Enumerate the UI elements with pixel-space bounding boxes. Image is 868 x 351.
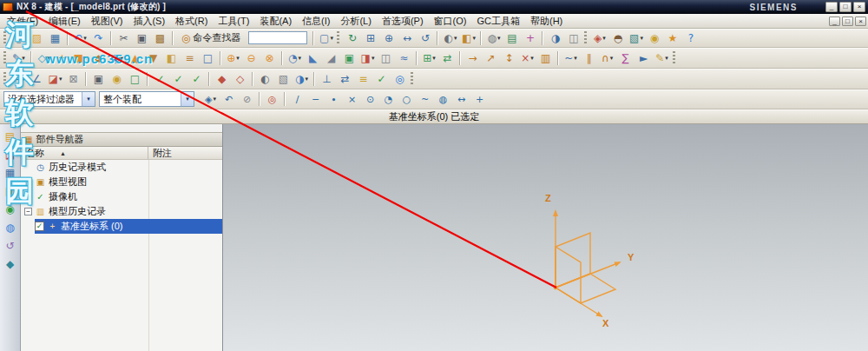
dropdown-arrow-icon[interactable]: ▾ [574,55,577,62]
show-datums-button[interactable]: ✓ [170,70,187,87]
pocket-button[interactable]: ▼ [145,50,161,66]
part-navigator-header[interactable]: ▦ 部件导航器 [21,132,222,147]
point-constructor-button[interactable]: + [471,91,488,108]
close-button[interactable]: × [853,2,865,12]
replace-face-button[interactable]: ▥ [537,50,554,66]
command-finder-input[interactable] [248,31,307,44]
role-button[interactable]: ★ [664,30,681,46]
feature-replay-button[interactable]: ► [635,50,652,66]
through-curves-button[interactable]: ∥ [581,50,597,66]
column-header-note[interactable]: 附注 [148,147,222,159]
close-button[interactable]: × [855,17,866,26]
dropdown-arrow-icon[interactable]: ▾ [472,35,476,42]
undo-button[interactable]: ↶▾ [72,30,89,46]
restore-button[interactable]: □ [842,17,853,26]
dropdown-arrow-icon[interactable]: ▾ [610,55,614,62]
graphics-viewport[interactable]: X Y Z [223,124,868,351]
copy-button[interactable]: ▣ [134,30,150,46]
assembly-navigator-tab[interactable]: ▤ [2,129,18,143]
chevron-down-icon[interactable]: ▾ [181,92,194,106]
orient-view-button[interactable]: ◧▾ [460,30,477,46]
display-wcs-button[interactable]: ✓ [152,70,168,87]
point-on-surface-snap-button[interactable]: ◍ [435,91,451,108]
expression-button[interactable]: ∑ [617,50,634,66]
chevron-down-icon[interactable]: ▾ [82,92,95,106]
dropdown-arrow-icon[interactable]: ▾ [59,76,62,83]
mirror-feature-button[interactable]: ⇄ [439,50,456,66]
column-header-name[interactable]: 名称 ▲ [21,147,148,159]
top-selection-priority-button[interactable]: ◈▾ [202,91,219,108]
dropdown-arrow-icon[interactable]: ▾ [432,55,436,62]
dropdown-arrow-icon[interactable]: ▾ [120,55,123,62]
tree-row[interactable]: +▣模型视图 [21,175,222,189]
chamfer-button[interactable]: ◣ [305,50,321,66]
boundaries-button[interactable]: □ [127,70,143,87]
open-button[interactable]: ▨ [29,30,45,46]
show-hide-button[interactable]: ◍▾ [485,30,502,46]
intersect-button[interactable]: ⊗ [261,50,278,66]
edit-object-display-button[interactable]: ◑ [547,30,563,46]
layer-settings-button[interactable]: ▤ [503,30,520,46]
assembly-constraints-button[interactable]: ⊥ [319,70,335,87]
datum-display-button[interactable]: ◈▾ [591,30,608,46]
move-component-button[interactable]: ⇄ [337,70,353,87]
checkbox-checked[interactable]: ✓ [35,222,44,231]
move-object-button[interactable]: + [522,30,538,46]
menu-view[interactable]: 视图(V) [86,14,128,29]
collapse-icon[interactable]: − [24,208,32,215]
offset-face-button[interactable]: ↕ [501,50,517,66]
dropdown-arrow-icon[interactable]: ▾ [665,55,668,62]
window-switch-button[interactable]: ▢▾ [318,30,334,46]
toolbar-grip[interactable] [3,72,6,86]
snapshot-button[interactable]: ◫ [565,30,582,46]
dropdown-arrow-icon[interactable]: ▾ [372,55,375,62]
facet-body-button[interactable]: ▧ [275,70,292,87]
dropdown-arrow-icon[interactable]: ▾ [640,35,643,42]
dropdown-arrow-icon[interactable]: ▾ [213,96,216,103]
pan-button[interactable]: ↔ [398,30,415,46]
boss-button[interactable]: ▲ [127,50,143,66]
toolbar-grip[interactable] [584,31,587,45]
constraint-navigator-tab[interactable]: ◪ [2,147,18,162]
visual-effects-button[interactable]: ▧▾ [628,30,644,46]
toolbar-grip[interactable] [673,51,675,65]
point-on-curve-snap-button[interactable]: ~ [417,91,433,108]
toolbar-grip[interactable] [3,51,6,65]
clip-section-button[interactable]: ◇ [232,70,248,87]
high-quality-image-button[interactable]: ◐ [257,70,273,87]
help-button[interactable]: ? [682,30,699,46]
datum-csys-button[interactable]: + [54,50,70,66]
sketch-button[interactable]: ✎▾ [10,50,27,66]
sew-button[interactable]: ≈ [396,50,412,66]
dropdown-arrow-icon[interactable]: ▾ [47,55,50,62]
dropdown-arrow-icon[interactable]: ▾ [497,35,501,42]
trim-body-button[interactable]: ◨▾ [359,50,376,66]
hd3d-button[interactable]: ◎ [391,70,408,87]
minimize-button[interactable]: _ [825,2,838,12]
menu-analysis[interactable]: 分析(L) [335,14,376,29]
minimize-button[interactable]: _ [829,17,840,26]
tree-row[interactable]: +✓摄像机 [21,189,222,204]
dropdown-arrow-icon[interactable]: ▾ [305,76,308,83]
information-button[interactable]: ◉ [108,70,125,87]
save-button[interactable]: ▦ [47,30,63,46]
edit-section-button[interactable]: ◆ [214,70,230,87]
refresh-button[interactable]: ↻ [344,30,360,46]
mid-point-snap-button[interactable]: − [307,91,324,108]
thicken-button[interactable]: ▣ [341,50,358,66]
deselect-all-button[interactable]: ⊘ [239,91,255,108]
delete-face-button[interactable]: ×▾ [519,50,536,66]
command-finder-button[interactable]: ◎命令查找器 [177,30,245,46]
class-selection-button[interactable]: ▣ [90,70,107,87]
datum-csys-drawing[interactable] [223,124,866,351]
curve-button[interactable]: ~▾ [562,50,579,66]
toolbar-grip[interactable] [3,31,6,45]
quadrant-point-snap-button[interactable]: ◔ [380,91,397,108]
tree-row[interactable]: ✓+基准坐标系 (0) [21,219,222,234]
menu-file[interactable]: 文件(F) [2,14,43,29]
new-button[interactable]: ▯ [10,30,27,46]
end-point-snap-button[interactable]: / [289,91,306,108]
rotate-button[interactable]: ↺ [417,30,433,46]
measure-distance-button[interactable]: ↔▾ [10,70,27,87]
dropdown-arrow-icon[interactable]: ▾ [454,35,457,42]
